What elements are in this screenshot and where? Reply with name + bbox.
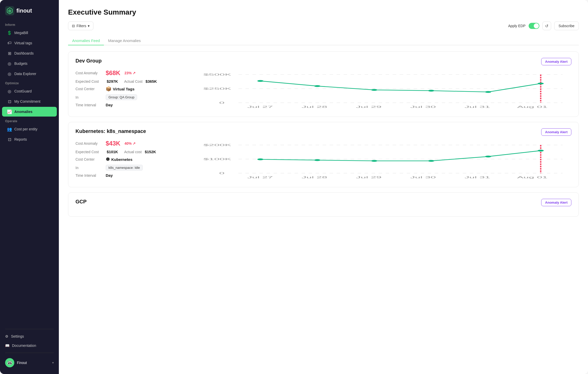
toolbar: ⊟ Filters ▾ Apply EDP ↺ Subscribe <box>68 22 579 30</box>
sidebar-item-label: Reports <box>14 137 27 141</box>
apply-edp-label: Apply EDP <box>508 24 526 28</box>
expected-cost-label: Expected Cost <box>75 79 104 84</box>
in-label-k8s: In <box>75 166 104 170</box>
user-menu[interactable]: 🦝 Finout ▾ <box>0 356 59 370</box>
sidebar-item-label: Dashboards <box>14 51 34 55</box>
cost-center-name-k8s: Kubernetes <box>111 157 133 162</box>
chart-dot <box>371 89 377 91</box>
expected-actual-row: Expected Cost $297K Actual Cost $365K <box>75 79 203 84</box>
commitment-icon: ⊡ <box>7 99 12 104</box>
card-chart-dev: $500K $250K 0 <box>203 69 571 110</box>
reset-icon: ↺ <box>545 24 548 28</box>
actual-cost-label: Actual Cost <box>124 79 143 84</box>
filter-icon: ⊟ <box>72 24 75 28</box>
apply-edp-toggle[interactable] <box>529 23 539 29</box>
chart-dot-k8s <box>314 159 320 161</box>
chart-dot-k8s <box>428 160 434 162</box>
docs-icon: 📖 <box>5 344 9 348</box>
sidebar-item-megabill[interactable]: 💲 MegaBill <box>2 28 57 38</box>
avatar: 🦝 <box>5 358 14 367</box>
expected-actual-row-k8s: Expected Cost $101K Actual cost $152K <box>75 150 203 154</box>
x-label-k8s: Jul 27 <box>247 176 273 179</box>
cost-center-row: Cost Center 📦 Virtual Tags <box>75 86 203 92</box>
x-label: Jul 28 <box>301 105 327 108</box>
sidebar-item-my-commitment[interactable]: ⊡ My Commitment <box>2 97 57 106</box>
x-label-k8s: Aug 01 <box>517 176 548 179</box>
logo: finout <box>0 0 59 20</box>
chart-svg: $500K $250K 0 <box>203 69 571 110</box>
sidebar-item-label: My Commitment <box>14 99 40 103</box>
time-interval-label-k8s: Time Interval <box>75 173 104 178</box>
section-operate-label: Operate <box>0 117 59 124</box>
guard-icon: ◎ <box>7 89 12 94</box>
actual-cost-value: $365K <box>146 79 157 84</box>
in-label: In <box>75 95 104 99</box>
sidebar-item-label: Data Explorer <box>14 72 36 76</box>
chart-svg-k8s: $200K $100K 0 Jul 27 Jul 28 <box>203 140 571 181</box>
tag-icon: 🏷 <box>7 41 12 45</box>
sidebar-item-reports[interactable]: ⊡ Reports <box>2 134 57 144</box>
chart-dot <box>485 91 491 93</box>
card-dev-group: Dev Group Anomaly Alert Cost Anomaly $68… <box>68 51 579 117</box>
card-title: Dev Group <box>75 58 102 64</box>
reset-button[interactable]: ↺ <box>542 22 551 30</box>
entity-icon: 👥 <box>7 127 12 131</box>
x-label-k8s: Jul 28 <box>301 176 327 179</box>
chart-wrap: $500K $250K 0 <box>203 69 571 110</box>
x-label: Jul 29 <box>356 105 382 108</box>
card-details-k8s: Cost Anomaly $43K 40% ↗ Expected Cost $1… <box>75 140 203 181</box>
logo-icon <box>5 6 14 15</box>
sidebar-item-budgets[interactable]: ◎ Budgets <box>2 59 57 68</box>
chevron-down-icon: ▾ <box>52 361 54 365</box>
chart-dot-k8s <box>257 159 264 160</box>
chart-dot <box>257 80 264 82</box>
sidebar-item-data-explorer[interactable]: ◎ Data Explorer <box>2 69 57 79</box>
card-kubernetes: Kubernetes: k8s_namespace Anomaly Alert … <box>68 122 579 187</box>
sidebar-item-label: Anomalies <box>14 110 32 114</box>
card-title-gcp: GCP <box>75 199 86 205</box>
settings-icon: ⚙ <box>5 334 8 338</box>
time-interval-value: Day <box>106 103 113 107</box>
tab-manage-anomalies[interactable]: Manage Anomalies <box>104 36 145 45</box>
toggle-knob <box>534 23 539 28</box>
card-title-k8s: Kubernetes: k8s_namespace <box>75 128 146 134</box>
anomaly-alert-button-dev[interactable]: Anomaly Alert <box>541 58 571 65</box>
expected-cost-label-k8s: Expected Cost <box>75 150 104 154</box>
section-optimize-label: Optimize <box>0 79 59 86</box>
sidebar-item-costguard[interactable]: ◎ CostGuard <box>2 86 57 96</box>
card-gcp: GCP Anomaly Alert <box>68 192 579 217</box>
sidebar-item-documentation[interactable]: 📖 Documentation <box>0 341 59 350</box>
sidebar-item-label: Budgets <box>14 61 27 66</box>
sidebar-item-virtual-tags[interactable]: 🏷 Virtual tags <box>2 38 57 48</box>
budget-icon: ◎ <box>7 61 12 66</box>
sidebar-item-label: Virtual tags <box>14 41 32 45</box>
anomaly-alert-button-gcp[interactable]: Anomaly Alert <box>541 199 571 206</box>
actual-cost-label-k8s: Actual cost <box>124 150 141 154</box>
y-label-500k: $500K <box>203 73 232 76</box>
sidebar-item-label: MegaBill <box>14 31 28 35</box>
sidebar-item-dashboards[interactable]: ⊞ Dashboards <box>2 48 57 58</box>
cost-anomaly-label-k8s: Cost Anomaly <box>75 141 104 146</box>
card-header: Dev Group Anomaly Alert <box>75 58 571 65</box>
subscribe-button[interactable]: Subscribe <box>554 22 579 30</box>
in-value-k8s: k8s_namespace: Idle <box>106 165 143 171</box>
sidebar-item-anomalies[interactable]: 📈 Anomalies <box>2 107 57 117</box>
cost-center-value: 📦 Virtual Tags <box>106 86 134 92</box>
sidebar-item-cost-per-entity[interactable]: 👥 Cost per entity <box>2 124 57 134</box>
cost-center-value-k8s: ☸ Kubernetes <box>106 157 133 162</box>
x-label: Aug 01 <box>517 105 548 108</box>
filters-button[interactable]: ⊟ Filters ▾ <box>68 22 93 30</box>
sidebar-item-settings[interactable]: ⚙ Settings <box>0 332 59 341</box>
x-label: Jul 31 <box>464 105 490 108</box>
card-header-gcp: GCP Anomaly Alert <box>75 199 571 206</box>
card-body: Cost Anomaly $68K 23% ↗ Expected Cost $2… <box>75 69 571 110</box>
sidebar-item-label: CostGuard <box>14 89 32 93</box>
tab-anomalies-feed[interactable]: Anomalies Feed <box>68 36 104 45</box>
chart-dot-k8s <box>538 150 544 152</box>
page-title: Executive Summary <box>68 8 579 16</box>
anomaly-alert-button-k8s[interactable]: Anomaly Alert <box>541 128 571 136</box>
filters-label: Filters <box>77 24 86 28</box>
cost-center-label-k8s: Cost Center <box>75 157 104 161</box>
time-interval-value-k8s: Day <box>106 173 113 178</box>
settings-label: Settings <box>11 334 24 338</box>
